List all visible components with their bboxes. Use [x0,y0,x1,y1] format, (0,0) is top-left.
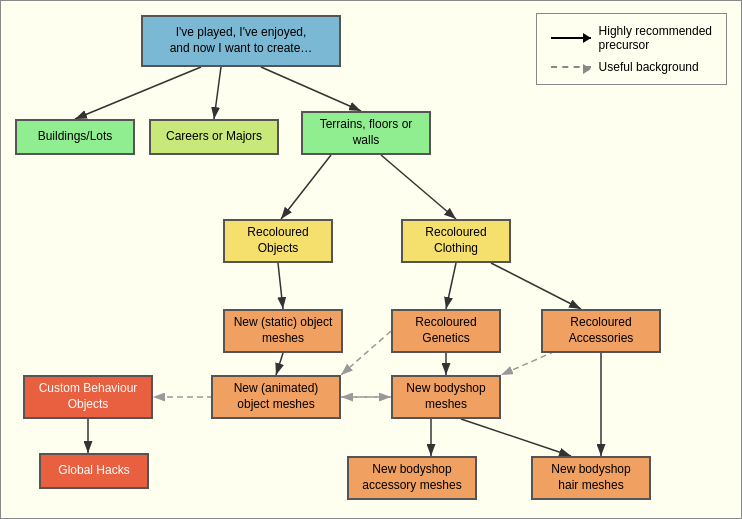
careers-node: Careers or Majors [149,119,279,155]
start-node: I've played, I've enjoyed,and now I want… [141,15,341,67]
diagram-container: Highly recommendedprecursor Useful backg… [0,0,742,519]
new-animated-node: New (animated)object meshes [211,375,341,419]
new-accessory-meshes-node: New bodyshopaccessory meshes [347,456,477,500]
svg-line-9 [491,263,581,309]
new-static-node: New (static) objectmeshes [223,309,343,353]
svg-line-3 [214,67,221,119]
recoloured-genetics-node: RecolouredGenetics [391,309,501,353]
svg-line-2 [75,67,201,119]
recoloured-accessories-node: RecolouredAccessories [541,309,661,353]
new-bodyshop-node: New bodyshopmeshes [391,375,501,419]
solid-arrow-icon [551,37,591,39]
recoloured-clothing-node: RecolouredClothing [401,219,511,263]
global-hacks-node: Global Hacks [39,453,149,489]
svg-line-5 [281,155,331,219]
svg-line-10 [276,353,283,375]
custom-behaviour-node: Custom BehaviourObjects [23,375,153,419]
dashed-arrow-icon [551,66,591,68]
legend-dashed-label: Useful background [599,60,699,74]
buildings-node: Buildings/Lots [15,119,135,155]
svg-line-8 [446,263,456,309]
svg-line-6 [381,155,456,219]
svg-line-13 [461,419,571,456]
legend-solid: Highly recommendedprecursor [551,24,712,52]
legend-solid-label: Highly recommendedprecursor [599,24,712,52]
terrains-node: Terrains, floors orwalls [301,111,431,155]
svg-line-7 [278,263,283,309]
svg-line-4 [261,67,361,111]
new-hair-meshes-node: New bodyshophair meshes [531,456,651,500]
legend-dashed: Useful background [551,60,712,74]
legend: Highly recommendedprecursor Useful backg… [536,13,727,85]
svg-line-19 [341,331,391,375]
recoloured-objects-node: RecolouredObjects [223,219,333,263]
